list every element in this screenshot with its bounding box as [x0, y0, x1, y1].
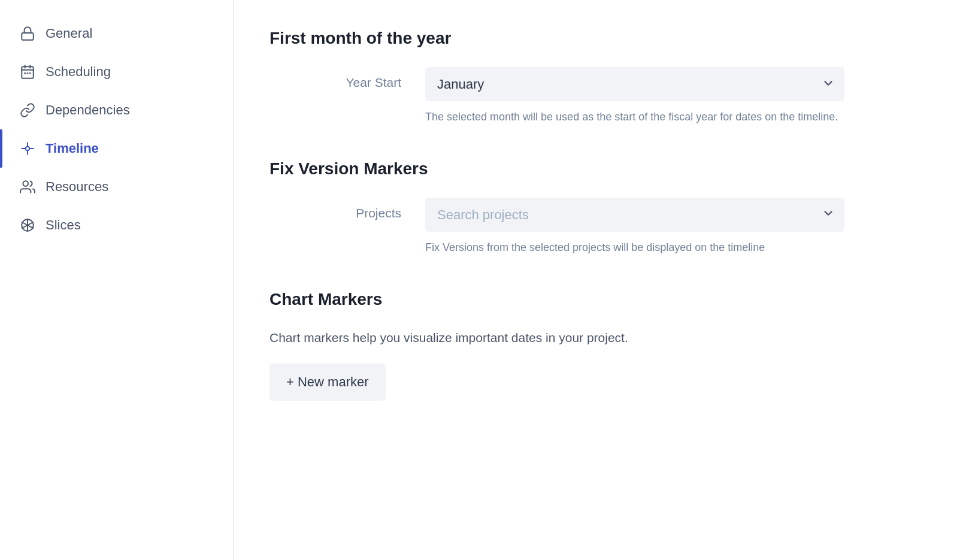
projects-select[interactable]: Search projects — [425, 198, 844, 232]
sidebar-item-label: Dependencies — [46, 102, 130, 118]
sidebar-item-timeline[interactable]: Timeline — [0, 129, 233, 168]
year-start-control: January February March April May June Ju… — [425, 67, 844, 126]
sidebar-item-slices[interactable]: Slices — [0, 206, 233, 244]
projects-hint: Fix Versions from the selected projects … — [425, 239, 844, 256]
projects-select-wrapper: Search projects — [425, 198, 844, 232]
sidebar: General Scheduling Dependencies — [0, 0, 234, 560]
sidebar-item-dependencies[interactable]: Dependencies — [0, 91, 233, 129]
svg-point-7 — [30, 73, 31, 74]
sidebar-item-scheduling[interactable]: Scheduling — [0, 53, 233, 91]
first-month-title: First month of the year — [270, 29, 939, 48]
sidebar-item-label: Resources — [46, 179, 108, 195]
svg-rect-0 — [22, 33, 34, 40]
main-content: First month of the year Year Start Janua… — [234, 0, 975, 560]
chart-markers-section: Chart Markers Chart markers help you vis… — [270, 290, 939, 401]
year-start-select[interactable]: January February March April May June Ju… — [425, 67, 844, 101]
lock-icon — [19, 25, 36, 42]
projects-label: Projects — [270, 198, 401, 220]
year-start-row: Year Start January February March April … — [270, 67, 939, 126]
year-start-select-wrapper: January February March April May June Ju… — [425, 67, 844, 101]
chart-markers-title: Chart Markers — [270, 290, 939, 309]
sidebar-item-resources[interactable]: Resources — [0, 168, 233, 206]
svg-line-13 — [28, 225, 33, 228]
svg-line-15 — [22, 225, 28, 228]
sidebar-item-label: Scheduling — [46, 64, 111, 80]
timeline-icon — [19, 140, 36, 157]
svg-point-5 — [25, 73, 25, 74]
sidebar-item-label: General — [46, 26, 92, 41]
calendar-icon — [19, 63, 36, 80]
link-icon — [19, 102, 36, 119]
svg-line-12 — [28, 222, 33, 225]
sidebar-item-label: Timeline — [46, 141, 99, 156]
svg-line-16 — [22, 222, 28, 225]
year-start-label: Year Start — [270, 67, 401, 90]
people-icon — [19, 178, 36, 195]
svg-point-9 — [23, 181, 28, 186]
slices-icon — [19, 217, 36, 234]
sidebar-item-general[interactable]: General — [0, 14, 233, 53]
svg-point-6 — [27, 73, 28, 74]
projects-control: Search projects Fix Versions from the se… — [425, 198, 844, 256]
new-marker-button[interactable]: + New marker — [270, 364, 386, 401]
year-start-hint: The selected month will be used as the s… — [425, 108, 844, 126]
first-month-section: First month of the year Year Start Janua… — [270, 29, 939, 126]
sidebar-item-label: Slices — [46, 217, 81, 233]
fix-version-section: Fix Version Markers Projects Search proj… — [270, 159, 939, 256]
fix-version-title: Fix Version Markers — [270, 159, 939, 178]
projects-row: Projects Search projects Fix Versions fr… — [270, 198, 939, 256]
chart-markers-description: Chart markers help you visualize importa… — [270, 328, 939, 347]
